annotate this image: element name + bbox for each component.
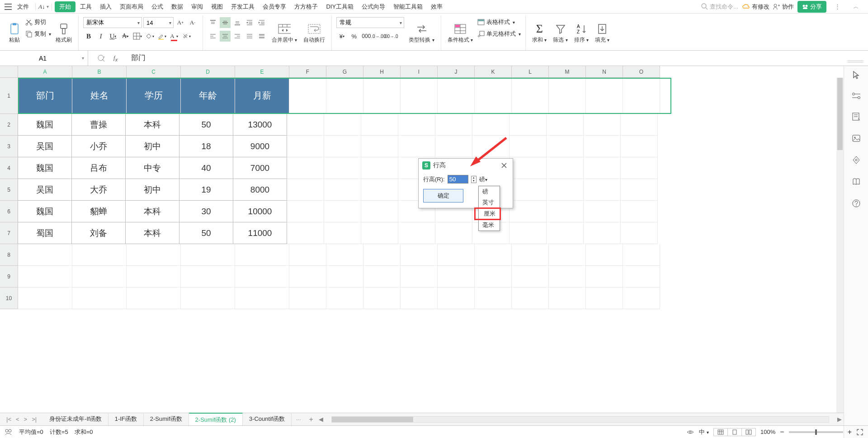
- cell-D4[interactable]: 40: [179, 157, 233, 179]
- col-header-E[interactable]: E: [235, 66, 289, 78]
- cell-A6[interactable]: 魏国: [18, 200, 72, 222]
- cell-B2[interactable]: 曹操: [71, 113, 126, 136]
- zoom-thumb[interactable]: [815, 429, 817, 435]
- cell-C8[interactable]: [127, 244, 181, 266]
- cell-D5[interactable]: 19: [179, 179, 233, 201]
- cell-C3[interactable]: 初中: [125, 135, 179, 157]
- cell-L2[interactable]: [509, 114, 547, 136]
- cell-M10[interactable]: [549, 287, 586, 309]
- cell-B3[interactable]: 小乔: [71, 135, 126, 157]
- tab-formula[interactable]: 公式: [148, 1, 167, 13]
- cell-C9[interactable]: [127, 266, 181, 287]
- cell-E5[interactable]: 8000: [233, 179, 287, 201]
- increase-font-button[interactable]: A+: [175, 17, 186, 28]
- sheet-nav-first[interactable]: |<: [5, 415, 13, 424]
- cell-F10[interactable]: [289, 287, 326, 309]
- pointer-icon[interactable]: [852, 71, 861, 80]
- zoom-out-button[interactable]: −: [780, 428, 784, 436]
- percent-button[interactable]: %: [349, 31, 359, 42]
- chevron-down-icon[interactable]: ▾: [82, 56, 84, 61]
- cell-M5[interactable]: [547, 179, 584, 201]
- cell-B4[interactable]: 吕布: [71, 157, 126, 179]
- sheet-more-icon[interactable]: ···: [292, 416, 306, 423]
- cell-G1[interactable]: [326, 78, 363, 114]
- cell-O3[interactable]: [621, 136, 658, 157]
- cell-G5[interactable]: [324, 179, 361, 201]
- horizontal-scrollbar[interactable]: [331, 416, 829, 423]
- cell-D9[interactable]: [181, 266, 235, 287]
- cell-E4[interactable]: 7000: [233, 157, 287, 179]
- cell-E8[interactable]: [235, 244, 289, 266]
- settings-slider-icon[interactable]: [851, 92, 861, 99]
- cell-I9[interactable]: [401, 266, 438, 287]
- col-header-C[interactable]: C: [127, 66, 181, 78]
- scrollbar-thumb[interactable]: [332, 417, 413, 422]
- filter-button[interactable]: 筛选 ▾: [551, 17, 569, 49]
- qat-icon[interactable]: A↓: [38, 3, 45, 10]
- tab-member[interactable]: 会员专享: [259, 1, 290, 13]
- name-box-input[interactable]: [4, 55, 82, 62]
- cell-N6[interactable]: [584, 201, 621, 222]
- unit-option-pt[interactable]: 磅: [479, 186, 500, 197]
- row-header-9[interactable]: 9: [0, 266, 18, 287]
- cell-F2[interactable]: [287, 114, 324, 136]
- cell-B9[interactable]: [72, 266, 127, 287]
- status-mode-icon[interactable]: [5, 429, 13, 436]
- cell-O8[interactable]: [623, 244, 660, 266]
- cell-H2[interactable]: [361, 114, 398, 136]
- align-center-button[interactable]: [220, 31, 231, 42]
- cell-N4[interactable]: [584, 157, 621, 179]
- cell-F3[interactable]: [287, 136, 324, 157]
- cell-C10[interactable]: [127, 287, 181, 309]
- cell-J3[interactable]: [435, 136, 472, 157]
- cell-G2[interactable]: [324, 114, 361, 136]
- type-convert-button[interactable]: 类型转换 ▾: [407, 17, 436, 49]
- cell-L5[interactable]: [509, 179, 547, 201]
- cell-F6[interactable]: [287, 201, 324, 222]
- cell-E3[interactable]: 9000: [233, 135, 287, 157]
- align-left-button[interactable]: [208, 31, 218, 42]
- sheet-tab-4[interactable]: 3-Countif函数: [243, 413, 292, 426]
- zoom-slider[interactable]: [789, 431, 843, 433]
- cell-M2[interactable]: [547, 114, 584, 136]
- col-header-O[interactable]: O: [623, 66, 660, 78]
- file-menu[interactable]: 文件: [14, 1, 33, 13]
- zoom-value[interactable]: 100%: [760, 429, 775, 435]
- cell-N7[interactable]: [584, 222, 621, 244]
- strike-button[interactable]: A▾: [120, 31, 131, 42]
- tab-view[interactable]: 视图: [208, 1, 226, 13]
- image-tool-icon[interactable]: [852, 134, 861, 143]
- share-button[interactable]: 分享: [797, 1, 826, 13]
- cell-I7[interactable]: [398, 222, 435, 244]
- cell-G4[interactable]: [324, 157, 361, 179]
- cell-A3[interactable]: 吴国: [18, 135, 72, 157]
- row-header-5[interactable]: 5: [0, 179, 18, 201]
- cell-O2[interactable]: [621, 114, 658, 136]
- cell-K1[interactable]: [475, 78, 512, 114]
- italic-button[interactable]: I: [95, 31, 106, 42]
- row-header-4[interactable]: 4: [0, 157, 18, 179]
- cell-C6[interactable]: 本科: [125, 200, 179, 222]
- cell-O7[interactable]: [621, 222, 658, 244]
- tab-ffgz[interactable]: 方方格子: [291, 1, 321, 13]
- align-bottom-button[interactable]: [232, 17, 243, 28]
- align-top-button[interactable]: [208, 17, 218, 28]
- row-header-8[interactable]: 8: [0, 244, 18, 266]
- col-header-F[interactable]: F: [289, 66, 326, 78]
- cell-D7[interactable]: 50: [179, 222, 233, 244]
- cell-I3[interactable]: [398, 136, 435, 157]
- cell-M7[interactable]: [547, 222, 584, 244]
- sheet-nav-last[interactable]: >|: [30, 415, 38, 424]
- side-panel-handle[interactable]: [847, 61, 863, 63]
- row-header-7[interactable]: 7: [0, 222, 18, 244]
- cell-B8[interactable]: [72, 244, 127, 266]
- cell-N1[interactable]: [586, 78, 623, 114]
- col-header-I[interactable]: I: [401, 66, 438, 78]
- decrease-font-button[interactable]: A-: [187, 17, 198, 28]
- chevron-down-icon[interactable]: ▾: [398, 20, 404, 25]
- align-right-button[interactable]: [232, 31, 243, 42]
- unit-option-inch[interactable]: 英寸: [479, 197, 500, 208]
- cell-B10[interactable]: [72, 287, 127, 309]
- bold-button[interactable]: B: [83, 31, 94, 42]
- justify-button[interactable]: [244, 31, 255, 42]
